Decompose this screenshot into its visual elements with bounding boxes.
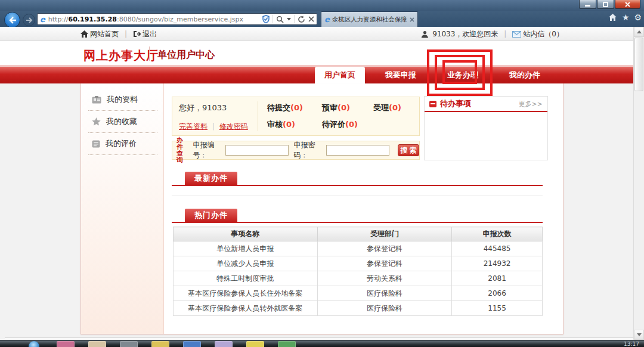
- todo-more-link[interactable]: 更多>>: [519, 100, 543, 109]
- tab-title: 余杭区人力资源和社会保障...: [332, 16, 407, 24]
- star-icon: [92, 117, 101, 126]
- table-row: 单位减少人员申报 参保登记科 214932: [174, 256, 543, 271]
- scroll-up-button[interactable]: [634, 27, 644, 37]
- divider: |: [125, 30, 127, 38]
- forward-button[interactable]: [23, 14, 35, 26]
- center-title: 单位用户中心: [157, 49, 215, 61]
- table-row: 单位新增人员申报 参保登记科 445485: [174, 241, 543, 256]
- site-mail-link[interactable]: 站内信（0）: [512, 29, 564, 39]
- complete-profile-link[interactable]: 完善资料: [179, 122, 208, 131]
- divider: |: [504, 30, 506, 38]
- id-card-icon: [92, 96, 101, 104]
- sidebar: 我的资料 我的收藏 我的评价: [81, 83, 164, 334]
- back-button[interactable]: [4, 12, 20, 28]
- table-row: 基本医疗保险参保人员长住外地备案 医疗保险科 2066: [174, 286, 543, 301]
- latest-cases-empty-list: [172, 187, 543, 196]
- section-hot-cases: 热门办件: [185, 209, 237, 222]
- maximize-icon: [603, 2, 608, 7]
- divider: [172, 222, 543, 223]
- taskbar-icon[interactable]: [120, 341, 138, 347]
- taskbar-icon[interactable]: [88, 341, 106, 347]
- report-password-label: 申报密码：: [293, 140, 325, 160]
- screen: e http://60.191.35.28:8080/sungov/biz_me…: [0, 0, 644, 347]
- stop-icon[interactable]: [308, 16, 314, 22]
- divider: [88, 110, 157, 111]
- site-logo: 网上办事大厅: [83, 48, 159, 64]
- divider: [88, 132, 157, 133]
- sidebar-item-evaluation[interactable]: 我的评价: [81, 136, 163, 151]
- column-header-department: 受理部门: [317, 227, 452, 241]
- taskbar-icon[interactable]: [151, 341, 169, 347]
- settings-gear-icon[interactable]: ⚙: [634, 13, 642, 21]
- search-button[interactable]: 搜 索: [398, 144, 419, 156]
- address-bar[interactable]: e http://60.191.35.28:8080/sungov/biz_me…: [37, 13, 317, 25]
- ie-page-icon: e: [40, 16, 45, 23]
- taskbar-clock[interactable]: 13:17: [624, 341, 639, 347]
- divider: |: [212, 122, 215, 131]
- todo-title: 待办事项: [440, 98, 471, 109]
- forward-arrow-icon: [26, 17, 33, 23]
- divider: [294, 15, 295, 23]
- search-icon[interactable]: [276, 16, 284, 23]
- divider: [88, 154, 157, 155]
- table-row: 基本医疗保险参保人员转外就医备案 医疗保险科 1155: [174, 301, 543, 316]
- ie-tab-icon: e: [324, 16, 330, 23]
- report-number-input[interactable]: [225, 145, 289, 156]
- logout-link[interactable]: 退出: [133, 29, 157, 39]
- note-icon: [92, 140, 100, 148]
- sidebar-item-profile[interactable]: 我的资料: [81, 92, 163, 107]
- column-header-count: 申报次数: [452, 227, 543, 241]
- taskbar-icon[interactable]: [57, 341, 75, 347]
- shield-icon[interactable]: [262, 15, 270, 23]
- taskbar-icon[interactable]: [246, 341, 264, 347]
- welcome-user-text: 91033，欢迎您回来: [432, 29, 498, 39]
- tab-my-cases[interactable]: 我的办件: [495, 67, 555, 83]
- sidebar-item-favorites[interactable]: 我的收藏: [81, 114, 163, 129]
- divider: [273, 15, 273, 23]
- close-button[interactable]: [615, 0, 640, 9]
- column-header-item-name: 事项名称: [174, 227, 318, 241]
- divider: [172, 185, 543, 186]
- browser-tab[interactable]: e 余杭区人力资源和社会保障...: [321, 11, 418, 27]
- stat-pending-submit: 待提交(0): [267, 103, 322, 113]
- todo-panel: 待办事项 更多>>: [424, 96, 548, 160]
- minimize-button[interactable]: [579, 0, 596, 9]
- case-query-panel: 办件查询 申报编号： 申报密码： 搜 索: [172, 141, 420, 160]
- scrollbar-thumb[interactable]: [634, 38, 643, 91]
- back-arrow-icon: [8, 17, 17, 24]
- section-latest-cases: 最新办件: [185, 172, 237, 185]
- change-password-link[interactable]: 修改密码: [219, 122, 248, 131]
- refresh-icon[interactable]: [298, 16, 305, 23]
- arrow-down-icon: [637, 333, 642, 336]
- chevron-down-icon[interactable]: [287, 18, 291, 21]
- window-titlebar: [0, 0, 644, 11]
- todo-icon: [429, 101, 436, 107]
- divider: [258, 101, 258, 131]
- tab-declare[interactable]: 我要申报: [371, 67, 431, 83]
- tab-close-icon[interactable]: [410, 17, 414, 22]
- divider: [149, 47, 150, 61]
- annotation-rectangle-inner: [442, 60, 477, 84]
- site-home-link[interactable]: 网站首页: [80, 29, 119, 39]
- maximize-button[interactable]: [597, 0, 614, 9]
- divider: [5, 337, 639, 339]
- table-row: 特殊工时制度审批 劳动关系科 2081: [174, 271, 543, 286]
- url-text[interactable]: http://60.191.35.28:8080/sungov/biz_memb…: [48, 16, 262, 23]
- stat-accepted: 受理(0): [373, 103, 419, 113]
- status-counters: 待提交(0) 预审(0) 受理(0) 审核(0) 待评价(0): [267, 103, 419, 130]
- user-icon: [421, 30, 429, 38]
- close-icon: [625, 2, 630, 7]
- taskbar-icon[interactable]: [215, 341, 233, 347]
- tab-user-home[interactable]: 用户首页: [315, 67, 365, 83]
- taskbar-icon[interactable]: [183, 341, 201, 347]
- taskbar-icon[interactable]: [278, 341, 296, 347]
- stat-pending-evaluate: 待评价(0): [322, 119, 373, 130]
- favorites-star-icon[interactable]: ★: [622, 13, 630, 21]
- report-password-input[interactable]: [326, 145, 389, 156]
- scroll-down-button[interactable]: [634, 330, 644, 340]
- stat-review: 审核(0): [267, 119, 322, 130]
- home-icon[interactable]: [608, 13, 617, 21]
- hot-cases-table: 事项名称 受理部门 申报次数 单位新增人员申报 参保登记科 445485 单位减…: [173, 227, 543, 316]
- arrow-up-icon: [637, 30, 642, 33]
- stat-pre-review: 预审(0): [322, 103, 373, 113]
